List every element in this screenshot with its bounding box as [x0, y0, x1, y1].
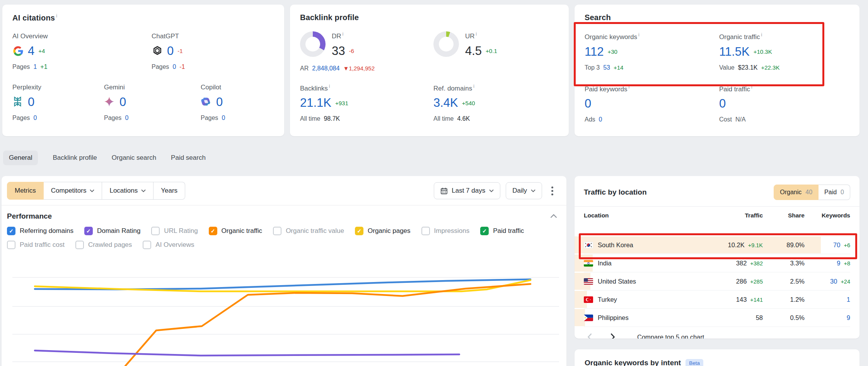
metric-label: ChatGPT: [152, 32, 185, 40]
ar-label: AR: [300, 65, 309, 72]
unchecked-checkbox-icon[interactable]: [7, 241, 15, 249]
date-range-button[interactable]: Last 7 days: [434, 182, 500, 199]
metric-label: Organic traffic: [222, 227, 263, 235]
ads-value[interactable]: 0: [599, 116, 602, 123]
unchecked-checkbox-icon[interactable]: [151, 227, 160, 235]
ref-domains-value[interactable]: 3.4K: [433, 96, 458, 110]
metrics-segment-button[interactable]: Metrics: [7, 182, 44, 200]
ai-citations-title: AI citationsi: [12, 13, 274, 22]
organic-toggle-button[interactable]: Organic40: [774, 185, 819, 200]
metric-checkbox-url-rating[interactable]: URL Rating: [151, 227, 198, 235]
info-icon: i: [329, 84, 330, 89]
metric-checkbox-organic-traffic-value[interactable]: Organic traffic value: [273, 227, 344, 235]
tab-backlink-profile[interactable]: Backlink profile: [53, 154, 97, 162]
info-icon: i: [473, 84, 474, 89]
location-row-turkey[interactable]: Turkey143+1411.2%1: [584, 291, 850, 309]
paid-traffic-metric: Paid traffici 0 CostN/A: [719, 84, 752, 123]
pages-value[interactable]: 0: [33, 115, 37, 121]
traffic-value: 382: [736, 260, 747, 267]
pages-value[interactable]: 0: [125, 115, 128, 121]
line-chart: [2, 262, 566, 366]
metric-label: Organic traffici: [719, 32, 779, 41]
keywords-value[interactable]: 1: [847, 296, 850, 303]
metric-label: Gemini: [104, 84, 201, 91]
location-row-philippines[interactable]: Philippines580.5%9: [584, 309, 850, 327]
location-name: United States: [598, 278, 636, 285]
location-row-united-states[interactable]: United States286+2852.5%30+24: [584, 272, 850, 291]
traffic-delta: +382: [750, 260, 763, 267]
keywords-value[interactable]: 9: [847, 314, 850, 322]
organic-traffic-value[interactable]: 11.5K: [719, 45, 750, 59]
location-row-south-korea[interactable]: South Korea10.2K+9.1K89.0%70+6: [584, 236, 850, 254]
keywords-delta: +24: [841, 279, 850, 285]
traffic-delta: +285: [750, 279, 763, 285]
locations-segment-button[interactable]: Locations: [102, 182, 153, 200]
info-icon: i: [751, 84, 752, 90]
metric-checkbox-impressions[interactable]: Impressions: [421, 227, 470, 235]
checked-checkbox-icon[interactable]: ✓: [84, 227, 93, 235]
collapse-chevron-up-icon[interactable]: [550, 213, 557, 220]
dr-delta: -6: [349, 48, 354, 54]
metric-checkbox-crawled-pages[interactable]: Crawled pages: [75, 241, 132, 249]
compare-top5-label[interactable]: Compare top 5 on chart: [637, 334, 704, 339]
copilot-metric: Copilot 0 Pages0: [201, 84, 225, 121]
unchecked-checkbox-icon[interactable]: [75, 241, 84, 249]
granularity-button[interactable]: Daily: [506, 182, 542, 199]
metric-label: Referring domains: [20, 227, 73, 235]
metric-toggles-row-2: Paid traffic costCrawled pagesAI Overvie…: [2, 236, 566, 250]
metric-checkbox-domain-rating[interactable]: ✓Domain Rating: [84, 227, 140, 235]
pages-value[interactable]: 0: [222, 115, 225, 121]
metric-label: URL Rating: [164, 227, 198, 235]
metric-checkbox-organic-traffic[interactable]: ✓Organic traffic: [209, 227, 263, 235]
metric-checkbox-ai-overviews[interactable]: AI Overviews: [143, 241, 194, 249]
unchecked-checkbox-icon[interactable]: [273, 227, 281, 235]
top3-value[interactable]: 53: [603, 64, 610, 71]
paid-keywords-value: 0: [585, 97, 591, 111]
traffic-delta: +9.1K: [748, 242, 763, 248]
checked-checkbox-icon[interactable]: ✓: [480, 227, 489, 235]
tab-paid-search[interactable]: Paid search: [171, 154, 206, 162]
metric-checkbox-referring-domains[interactable]: ✓Referring domains: [7, 227, 73, 235]
keywords-by-intent-title: Organic keywords by intent: [585, 359, 681, 366]
keywords-value[interactable]: 30: [830, 278, 837, 285]
unchecked-checkbox-icon[interactable]: [143, 241, 151, 249]
keywords-value[interactable]: 9: [837, 260, 840, 267]
dr-value: 33: [332, 44, 345, 58]
checked-checkbox-icon[interactable]: ✓: [7, 227, 15, 235]
page-next-icon[interactable]: [610, 333, 616, 339]
years-segment-button[interactable]: Years: [153, 182, 185, 200]
metric-label: Ref. domainsi: [433, 84, 475, 92]
metric-label: Crawled pages: [88, 241, 132, 249]
keywords-value[interactable]: 70: [833, 241, 840, 249]
more-options-kebab-icon[interactable]: [547, 183, 557, 198]
traffic-value-amount: $23.1K: [738, 64, 758, 71]
pages-value[interactable]: 0: [172, 63, 176, 70]
organic-keywords-value[interactable]: 112: [585, 45, 604, 59]
page-prev-icon[interactable]: [587, 333, 593, 339]
pages-value[interactable]: 1: [33, 63, 37, 70]
checked-checkbox-icon[interactable]: ✓: [209, 227, 217, 235]
top3-delta: +14: [614, 64, 623, 71]
col-share: Share: [763, 212, 805, 219]
backlinks-alltime: 98.7K: [324, 115, 340, 122]
metric-checkbox-paid-traffic[interactable]: ✓Paid traffic: [480, 227, 524, 235]
unchecked-checkbox-icon[interactable]: [421, 227, 430, 235]
metric-label: Paid traffic cost: [20, 241, 65, 249]
info-icon: i: [476, 31, 477, 37]
competitors-segment-button[interactable]: Competitors: [44, 182, 102, 200]
ar-value[interactable]: 2,848,084: [312, 65, 339, 72]
traffic-delta: +141: [750, 297, 763, 303]
report-tabs: General Backlink profile Organic search …: [3, 149, 206, 166]
checked-checkbox-icon[interactable]: ✓: [355, 227, 363, 235]
performance-chart[interactable]: [2, 262, 566, 366]
tab-organic-search[interactable]: Organic search: [112, 154, 156, 162]
backlinks-value[interactable]: 21.1K: [300, 96, 331, 110]
location-row-india[interactable]: India382+3823.3%9+8: [584, 254, 850, 272]
copilot-value: 0: [216, 95, 223, 109]
metric-checkbox-paid-traffic-cost[interactable]: Paid traffic cost: [7, 241, 65, 249]
metric-label: Organic traffic value: [286, 227, 344, 235]
chevron-down-icon: [141, 189, 146, 192]
metric-checkbox-organic-pages[interactable]: ✓Organic pages: [355, 227, 411, 235]
paid-toggle-button[interactable]: Paid0: [819, 185, 850, 200]
tab-general[interactable]: General: [3, 151, 38, 165]
